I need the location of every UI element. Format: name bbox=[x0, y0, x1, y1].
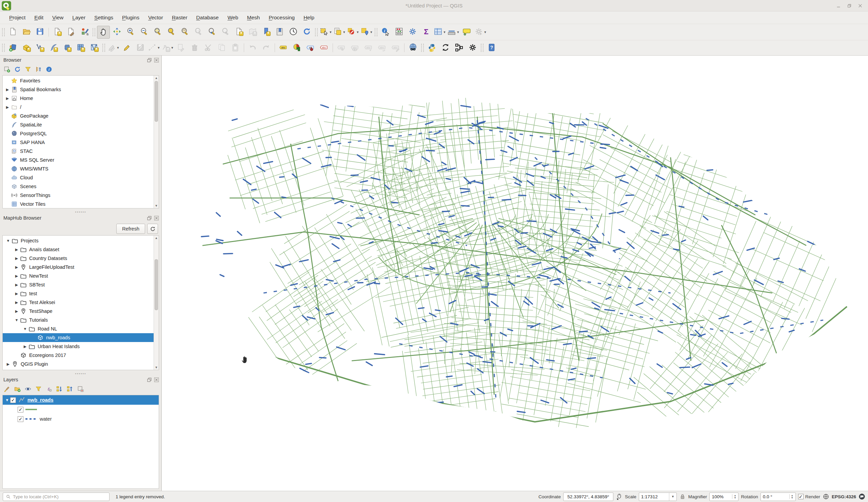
refresh-button[interactable]: Refresh bbox=[116, 224, 145, 234]
expander-right-icon[interactable]: ▶ bbox=[14, 274, 19, 278]
expander-right-icon[interactable]: ▶ bbox=[14, 300, 19, 305]
style-manager-button[interactable]: a bbox=[78, 26, 91, 39]
refresh-maphub-icon-button[interactable] bbox=[147, 224, 158, 234]
menu-layer[interactable]: Layer bbox=[68, 13, 90, 22]
close-panel-button[interactable] bbox=[154, 57, 159, 63]
coordinate-input[interactable]: 52.33972°, 4.83859° bbox=[563, 492, 613, 501]
symbol-checkbox[interactable]: ✓ bbox=[18, 416, 23, 422]
tree-item-vector-tiles[interactable]: Vector Tiles bbox=[3, 200, 159, 208]
menu-view[interactable]: View bbox=[48, 13, 68, 22]
pan-map-button[interactable] bbox=[97, 26, 110, 39]
tree-item-ana-s-dataset[interactable]: ▶Anaïs dataset bbox=[3, 245, 159, 254]
zoom-to-selection-button[interactable] bbox=[165, 26, 178, 39]
spinner-arrows-icon[interactable]: ▲▼ bbox=[789, 494, 793, 499]
mouse-extent-icon[interactable] bbox=[616, 493, 622, 500]
float-panel-button[interactable] bbox=[146, 57, 152, 63]
zoom-out-button[interactable] bbox=[138, 26, 151, 39]
scroll-down-icon[interactable]: ▼ bbox=[154, 365, 159, 370]
maphub-scrollbar[interactable]: ▲ ▼ bbox=[154, 236, 159, 370]
scroll-down-icon[interactable]: ▼ bbox=[154, 203, 159, 208]
checkbox-checked-icon[interactable]: ✓ bbox=[798, 494, 804, 499]
data-source-manager-button[interactable] bbox=[7, 41, 19, 54]
toolbar-drag-handle[interactable] bbox=[93, 28, 95, 36]
properties-widget-icon[interactable]: i bbox=[45, 66, 53, 74]
tree-item-testshape[interactable]: ▶TestShape bbox=[3, 307, 159, 316]
layout-manager-button[interactable] bbox=[64, 26, 77, 39]
measure-button[interactable]: ▼ bbox=[447, 26, 460, 39]
expander-right-icon[interactable]: ▶ bbox=[14, 256, 19, 261]
globe-crs-icon[interactable] bbox=[823, 493, 829, 500]
maphub-tree-button[interactable] bbox=[453, 41, 466, 54]
tree-item-newtest[interactable]: ▶NewTest bbox=[3, 272, 159, 280]
tree-item-largefileuploadtest[interactable]: ▶LargeFileUploadTest bbox=[3, 263, 159, 272]
menu-help[interactable]: Help bbox=[299, 13, 319, 22]
layer-labeling-button[interactable]: abc bbox=[277, 41, 290, 54]
new-bookmark-button[interactable]: * bbox=[232, 26, 246, 39]
refresh-browser-icon[interactable] bbox=[14, 66, 21, 74]
new-project-button[interactable] bbox=[7, 26, 19, 39]
filter-by-expression-icon[interactable]: ε bbox=[45, 385, 53, 394]
menu-plugins[interactable]: Plugins bbox=[118, 13, 144, 22]
expander-right-icon[interactable]: ▶ bbox=[6, 362, 10, 366]
open-project-button[interactable] bbox=[20, 26, 33, 39]
add-selected-layer-icon[interactable] bbox=[3, 66, 11, 74]
toolbar-drag-handle[interactable] bbox=[102, 44, 105, 52]
panel-splitter[interactable]: •••••• bbox=[0, 372, 162, 375]
highlight-labels-button[interactable]: abc bbox=[318, 41, 331, 54]
expander-down-icon[interactable]: ▼ bbox=[6, 239, 10, 243]
tree-item-sensorthings[interactable]: SensorThings bbox=[3, 191, 159, 200]
add-group-icon[interactable] bbox=[14, 385, 21, 394]
new-layout-button[interactable]: * bbox=[51, 26, 64, 39]
lock-icon[interactable] bbox=[679, 493, 686, 500]
layer-symbol-item[interactable]: ✓ bbox=[3, 405, 159, 414]
new-spatial-bookmark-button[interactable]: * bbox=[260, 26, 272, 39]
tree-item-geopackage[interactable]: GeoPackage bbox=[3, 112, 159, 120]
tree-item-nwb-roads[interactable]: nwb_roads bbox=[3, 333, 159, 342]
select-by-location-button[interactable]: ▼ bbox=[360, 26, 373, 39]
menu-settings[interactable]: Settings bbox=[90, 13, 118, 22]
layer-checkbox[interactable]: ✓ bbox=[10, 397, 16, 403]
menu-database[interactable]: Database bbox=[192, 13, 223, 22]
tree-item-urban-heat-islands[interactable]: ▶Urban Heat Islands bbox=[3, 342, 159, 351]
temporal-controller-button[interactable] bbox=[287, 26, 300, 39]
tree-item-ms-sql-server[interactable]: MS SQL Server bbox=[3, 156, 159, 164]
layer-symbol-item-water[interactable]: ✓water bbox=[3, 414, 159, 424]
tree-item-stac[interactable]: STAC bbox=[3, 147, 159, 156]
menu-project[interactable]: Project bbox=[5, 13, 30, 22]
float-panel-button[interactable] bbox=[146, 215, 152, 221]
expander-right-icon[interactable]: ▶ bbox=[14, 309, 19, 314]
toolbar-drag-handle[interactable] bbox=[2, 44, 5, 52]
locator-input[interactable]: Type to locate (Ctrl+K) bbox=[3, 492, 110, 501]
new-scratch-layer-button[interactable]: * bbox=[61, 41, 74, 54]
tree-item-cloud[interactable]: Cloud bbox=[3, 173, 159, 182]
scroll-up-icon[interactable]: ▲ bbox=[154, 236, 159, 240]
toggle-editing-button[interactable] bbox=[120, 41, 133, 54]
map-canvas[interactable] bbox=[162, 55, 868, 491]
filter-browser-icon[interactable] bbox=[24, 66, 32, 74]
new-mesh-layer-button[interactable]: * bbox=[88, 41, 101, 54]
tree-item-road-nl[interactable]: ▼Road NL bbox=[3, 324, 159, 333]
layer-item-nwb-roads[interactable]: ▼✓nwb_roads bbox=[3, 395, 159, 405]
log-messages-icon[interactable] bbox=[858, 493, 865, 500]
layer-diagram-button[interactable] bbox=[291, 41, 303, 54]
help-contents-button[interactable]: ? bbox=[485, 41, 498, 54]
new-shapefile-button[interactable]: * bbox=[33, 41, 46, 54]
deselect-button[interactable]: ▼ bbox=[347, 26, 359, 39]
menu-mesh[interactable]: Mesh bbox=[243, 13, 265, 22]
pan-to-selection-button[interactable] bbox=[111, 26, 123, 39]
tree-item-wms-wmts[interactable]: WMS/WMTS bbox=[3, 164, 159, 173]
tree-item-sap-hana[interactable]: SAP HANA bbox=[3, 138, 159, 147]
expander-right-icon[interactable]: ▶ bbox=[23, 344, 27, 349]
expander-right-icon[interactable]: ▶ bbox=[14, 292, 19, 296]
browser-scrollbar[interactable]: ▲ ▼ bbox=[154, 76, 159, 208]
zoom-to-layer-button[interactable] bbox=[178, 26, 191, 39]
toolbar-drag-handle[interactable] bbox=[2, 28, 5, 36]
expander-down-icon[interactable]: ▼ bbox=[23, 327, 27, 331]
expander-right-icon[interactable]: ▶ bbox=[6, 87, 10, 92]
zoom-last-button[interactable] bbox=[206, 26, 218, 39]
select-by-value-button[interactable]: ▼ bbox=[333, 26, 346, 39]
new-geopackage-button[interactable]: * bbox=[20, 41, 33, 54]
zoom-in-button[interactable] bbox=[124, 26, 137, 39]
tree-item-sbtest[interactable]: ▶SBTest bbox=[3, 280, 159, 289]
tree-item-test-aleksei[interactable]: ▶Test Aleksei bbox=[3, 298, 159, 307]
